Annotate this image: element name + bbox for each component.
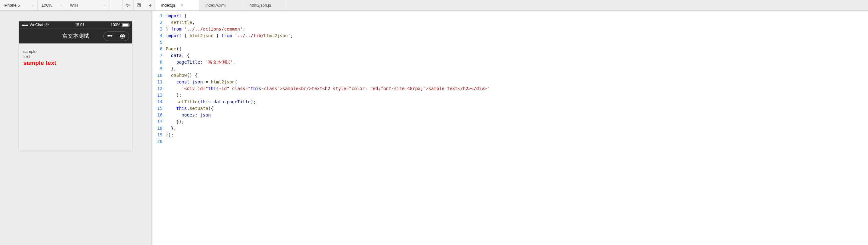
capsule-button: ••• xyxy=(103,31,129,41)
tab-html2json-js[interactable]: html2json.js xyxy=(243,0,287,10)
sample-text-line2: text xyxy=(23,54,128,59)
speaker-mute-icon xyxy=(126,3,131,8)
close-icon[interactable]: × xyxy=(181,3,183,8)
svg-rect-2 xyxy=(137,3,141,7)
tab-label: index.wxml xyxy=(205,3,225,7)
device-selector[interactable]: iPhone 5 ⌵ xyxy=(0,0,38,10)
target-icon xyxy=(120,33,125,39)
status-time: 15:01 xyxy=(75,23,84,27)
tab-index-wxml[interactable]: index.wxml xyxy=(199,0,243,10)
battery-label: 100% xyxy=(111,23,120,27)
editor-tabs: index.js × index.wxml html2json.js xyxy=(155,0,868,10)
network-selector-label: WiFi xyxy=(70,3,78,7)
svg-rect-7 xyxy=(129,24,129,26)
sample-text-line1: sample xyxy=(23,49,128,54)
tab-label: html2json.js xyxy=(249,3,271,7)
menu-button[interactable]: ••• xyxy=(104,33,116,39)
device-selector-label: iPhone 5 xyxy=(4,3,20,7)
phone-status-bar: ●●●●● WeChat 15:01 100% xyxy=(19,22,132,28)
rotate-button[interactable] xyxy=(133,0,144,10)
battery-icon xyxy=(122,23,130,27)
tab-label: index.js xyxy=(161,3,175,7)
phone-navigation-bar: 富文本测试 ••• xyxy=(19,28,132,43)
toolbar: iPhone 5 ⌵ 100% ⌵ WiFi ⌵ index.js × inde… xyxy=(0,0,868,11)
sample-text-red: sample text xyxy=(23,60,128,66)
close-button[interactable] xyxy=(116,33,129,39)
status-right: 100% xyxy=(111,23,130,27)
network-selector[interactable]: WiFi ⌵ xyxy=(66,0,110,10)
zoom-selector-label: 100% xyxy=(41,3,52,7)
toolbar-spacer xyxy=(110,0,123,10)
mute-button[interactable] xyxy=(123,0,133,10)
simulator-pane: ●●●●● WeChat 15:01 100% 富文本测试 ••• xyxy=(0,11,151,245)
tab-index-js[interactable]: index.js × xyxy=(155,0,199,10)
svg-rect-6 xyxy=(123,24,128,26)
phone-simulator: ●●●●● WeChat 15:01 100% 富文本测试 ••• xyxy=(19,22,132,151)
chevron-down-icon: ⌵ xyxy=(60,3,62,7)
phone-content: sample text sample text xyxy=(19,43,132,151)
code-editor[interactable]: 1234567891011121314151617181920 import {… xyxy=(152,11,868,245)
chevron-down-icon: ⌵ xyxy=(32,3,34,7)
detach-button[interactable] xyxy=(144,0,155,10)
svg-rect-3 xyxy=(138,4,140,6)
chevron-down-icon: ⌵ xyxy=(104,3,106,7)
signal-icon: ●●●●● xyxy=(22,23,28,27)
line-gutter: 1234567891011121314151617181920 xyxy=(152,11,166,245)
more-icon: ••• xyxy=(107,33,113,39)
page-title: 富文本测试 xyxy=(62,32,89,40)
carrier-label: WeChat xyxy=(30,23,43,27)
main-area: ●●●●● WeChat 15:01 100% 富文本测试 ••• xyxy=(0,11,868,245)
detach-icon xyxy=(147,3,152,8)
rotate-icon xyxy=(136,3,142,8)
code-content[interactable]: import { setTitle,} from '../../actions/… xyxy=(166,11,868,245)
wifi-icon xyxy=(44,23,49,26)
zoom-selector[interactable]: 100% ⌵ xyxy=(38,0,66,10)
status-left: ●●●●● WeChat xyxy=(22,23,49,27)
svg-point-9 xyxy=(122,35,123,37)
